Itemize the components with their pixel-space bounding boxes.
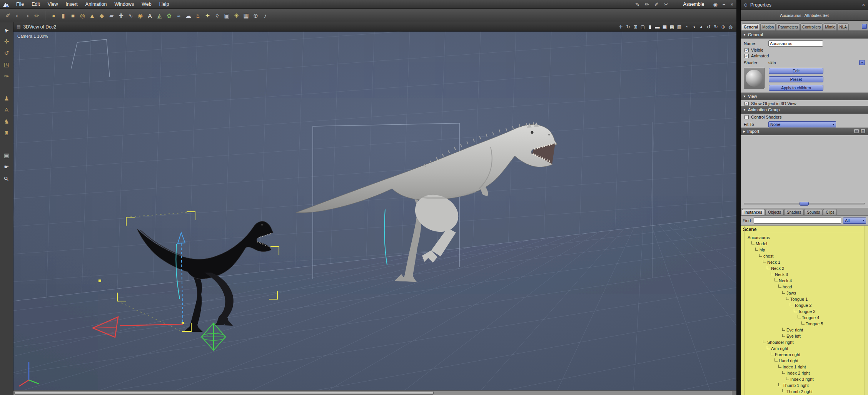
tab-controllers[interactable]: Controllers — [800, 23, 823, 30]
shading-flat-icon[interactable]: ◑ — [691, 24, 697, 30]
import-save-button[interactable]: ▥ — [860, 129, 866, 134]
visible-checkbox[interactable]: ✓ — [744, 48, 749, 52]
tree-item[interactable]: Neck 2 — [745, 264, 864, 271]
viewport-h-scrollbar[interactable] — [13, 390, 736, 395]
cutter-tool-icon[interactable]: ✂ — [664, 2, 668, 7]
production-frame-icon[interactable]: ▢ — [640, 24, 646, 30]
insert-torus-icon[interactable]: ◎ — [78, 9, 87, 22]
tab-general[interactable]: General — [742, 23, 760, 30]
viewport-menu-icon[interactable]: ▤ — [17, 24, 20, 29]
dolly-camera-icon[interactable]: ♟ — [2, 93, 12, 105]
tree-item[interactable]: Tongue 3 — [745, 308, 864, 314]
layout-single-icon[interactable]: ▮ — [647, 24, 653, 30]
panel-close-icon[interactable]: × — [862, 2, 865, 8]
tree-item[interactable]: Arm right — [745, 345, 864, 351]
tab-mimic[interactable]: Mimic — [823, 23, 837, 30]
tree-item[interactable]: Forearm right — [745, 351, 864, 357]
scale-tool-icon[interactable]: ◳ — [2, 59, 12, 71]
find-input[interactable] — [754, 218, 841, 224]
shading-wireframe-icon[interactable]: ◔ — [684, 24, 689, 30]
rotate-tool-icon[interactable]: ↺ — [2, 48, 12, 59]
undo-icon[interactable]: ◐ — [13, 9, 22, 22]
animation-group-section-header[interactable]: ▼ Animation Group — [741, 106, 868, 114]
insert-fountain-icon[interactable]: ◊ — [212, 9, 222, 22]
stylus-tool-icon[interactable]: ✐ — [654, 2, 659, 7]
insert-text-icon[interactable]: A — [145, 9, 155, 22]
layout-cols-icon[interactable]: ▥ — [676, 24, 682, 30]
insert-icosahedron-icon[interactable]: ◆ — [97, 9, 107, 22]
selection-handle[interactable] — [98, 280, 101, 282]
hand-pen-icon[interactable]: ✎ — [635, 2, 639, 7]
insert-cube-icon[interactable]: ■ — [68, 9, 78, 22]
lasso-tool-icon[interactable]: ✐ — [3, 9, 13, 22]
render-preview-icon[interactable]: ◍ — [728, 24, 733, 30]
fit-to-select[interactable]: None ▾ — [768, 121, 836, 127]
scrollbar-thumb[interactable] — [14, 391, 434, 395]
shader-menu-button[interactable]: ▾ — [859, 60, 865, 65]
reset-camera-icon[interactable]: ⊕ — [720, 24, 726, 30]
insert-landscape-icon[interactable]: ◭ — [155, 9, 164, 22]
tab-objects[interactable]: Objects — [765, 209, 784, 215]
camera-tool-icon[interactable]: ▣ — [2, 150, 12, 162]
tab-motion[interactable]: Motion — [760, 23, 776, 30]
redo-icon[interactable]: ◑ — [22, 9, 32, 22]
insert-cloud-icon[interactable]: ☁ — [184, 9, 193, 22]
orbit-left-icon[interactable]: ↺ — [706, 24, 711, 30]
insert-spline-object-icon[interactable]: ∿ — [126, 9, 135, 22]
tree-item[interactable]: Eye right — [745, 326, 864, 332]
tree-item[interactable]: Aucasaurus — [745, 234, 864, 240]
tree-item[interactable]: Neck 1 — [745, 258, 864, 264]
show-object-checkbox[interactable]: ✓ — [744, 102, 749, 106]
select-tool-icon[interactable]: ➤ — [0, 23, 14, 38]
menu-web[interactable]: Web — [138, 0, 155, 8]
hotpoint-tool-icon[interactable]: ✑ — [2, 71, 12, 82]
layout-grid-icon[interactable]: ▦ — [662, 24, 668, 30]
pan-hand-tool-icon[interactable]: ☛ — [2, 162, 12, 173]
panel-splitter[interactable] — [744, 201, 865, 206]
view-section-header[interactable]: ▼ View — [741, 92, 868, 100]
menu-edit[interactable]: Edit — [28, 0, 44, 8]
insert-light-icon[interactable]: ☀ — [232, 9, 241, 22]
tree-item[interactable]: hip — [745, 246, 864, 252]
tree-item[interactable]: Shoulder right — [745, 338, 864, 345]
shader-action-button[interactable]: Preset — [769, 76, 823, 82]
tree-item[interactable]: chest — [745, 252, 864, 258]
shader-action-button[interactable]: Edit — [769, 68, 823, 74]
tab-nla[interactable]: NLA — [837, 23, 848, 30]
tree-item[interactable]: Tongue 5 — [745, 320, 864, 326]
bank-camera-icon[interactable]: ♞ — [2, 116, 12, 128]
track-camera-icon[interactable]: ♜ — [2, 128, 12, 139]
insert-cone-icon[interactable]: ▲ — [87, 9, 97, 22]
tree-item[interactable]: Eye left — [745, 332, 864, 338]
tree-item[interactable]: Index 1 right — [745, 363, 864, 369]
move-tool-icon[interactable]: ✛ — [2, 36, 12, 48]
viewport-canvas[interactable]: Camera 1 100% — [13, 32, 736, 390]
menu-view[interactable]: View — [44, 0, 62, 8]
menu-help[interactable]: Help — [155, 0, 173, 8]
filter-select[interactable]: All ▾ — [843, 218, 866, 224]
insert-cylinder-icon[interactable]: ▮ — [58, 9, 68, 22]
menu-windows[interactable]: Windows — [110, 0, 138, 8]
tree-item[interactable]: Index 2 right — [745, 369, 864, 375]
tab-scroll-button[interactable] — [862, 24, 867, 29]
tab-shaders[interactable]: Shaders — [784, 209, 804, 215]
tree-item[interactable]: Jaws — [745, 289, 864, 295]
panel-options-icon[interactable]: ⊙ — [744, 2, 748, 8]
insert-camera-icon[interactable]: ▣ — [222, 9, 232, 22]
insert-ocean-icon[interactable]: ≈ — [174, 9, 184, 22]
pan-camera-icon[interactable]: ♙ — [2, 105, 12, 116]
tree-item[interactable]: Thumb 1 right — [745, 382, 864, 388]
camera-move-icon[interactable]: ✛ — [618, 24, 624, 30]
zoom-tool-icon[interactable]: ⚲ — [0, 171, 14, 187]
camera-rotate-icon[interactable]: ↻ — [625, 24, 631, 30]
menu-animation[interactable]: Animation — [82, 0, 111, 8]
insert-sphere-icon[interactable]: ● — [49, 9, 58, 22]
tree-item[interactable]: Tongue 4 — [745, 314, 864, 320]
tree-item[interactable]: Thumb 2 right — [745, 388, 864, 394]
tab-clips[interactable]: Clips — [823, 209, 837, 215]
visibility-icon[interactable]: ◉ — [713, 2, 717, 7]
camera-label[interactable]: Camera 1 100% — [17, 34, 48, 38]
menu-insert[interactable]: Insert — [62, 0, 82, 8]
tree-item[interactable]: head — [745, 283, 864, 289]
import-load-button[interactable]: ▤ — [854, 129, 859, 134]
